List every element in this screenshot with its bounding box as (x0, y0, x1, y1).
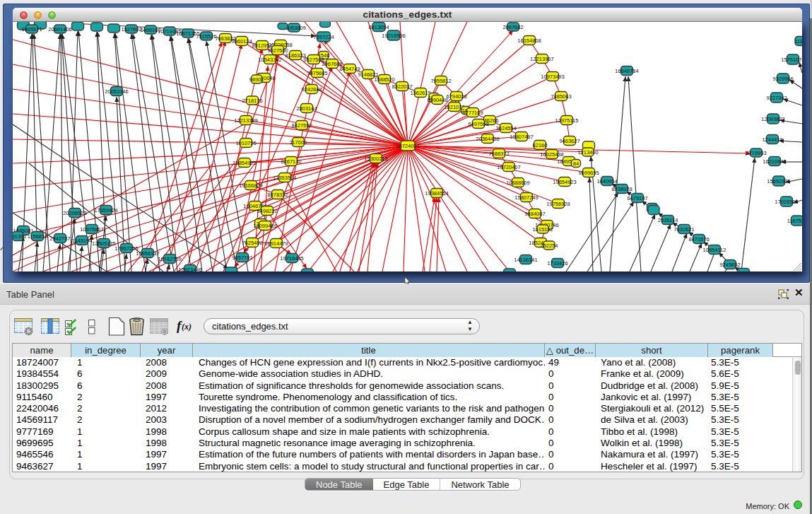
svg-text:18724007: 18724007 (396, 143, 419, 149)
svg-text:10654112: 10654112 (703, 247, 726, 253)
svg-text:9329966: 9329966 (772, 76, 793, 82)
svg-text:19654923: 19654923 (553, 179, 576, 185)
svg-text:1640954: 1640954 (596, 178, 617, 185)
svg-text:15807249: 15807249 (514, 194, 538, 201)
svg-text:(x): (x) (182, 322, 192, 332)
svg-text:1527602: 1527602 (121, 26, 141, 33)
svg-text:10973493: 10973493 (541, 74, 564, 80)
svg-text:117006: 117006 (290, 139, 307, 146)
svg-text:12213389: 12213389 (234, 117, 257, 124)
svg-text:1167533: 1167533 (787, 218, 802, 224)
svg-text:8938928: 8938928 (611, 186, 632, 192)
svg-text:14136141: 14136141 (514, 257, 537, 263)
svg-text:9227342: 9227342 (766, 95, 787, 101)
svg-text:17359924: 17359924 (94, 207, 117, 214)
svg-text:10958137: 10958137 (136, 250, 159, 257)
svg-text:3624554: 3624554 (495, 125, 516, 132)
svg-text:11353584: 11353584 (273, 175, 297, 181)
svg-text:20053346: 20053346 (105, 88, 128, 95)
svg-text:7632621: 7632621 (673, 226, 694, 233)
svg-text:7485063: 7485063 (551, 93, 571, 100)
svg-text:6479197: 6479197 (627, 195, 647, 201)
svg-text:2718176: 2718176 (242, 98, 262, 104)
svg-text:10688609: 10688609 (506, 180, 529, 186)
svg-text:15751074: 15751074 (781, 57, 802, 63)
svg-text:19218506: 19218506 (382, 33, 405, 39)
svg-text:1588520: 1588520 (374, 76, 394, 83)
svg-text:7515526: 7515526 (196, 33, 216, 40)
svg-text:8454749: 8454749 (339, 66, 360, 72)
svg-text:8878332: 8878332 (267, 192, 288, 198)
svg-text:8322037: 8322037 (392, 83, 412, 90)
svg-text:62160: 62160 (533, 142, 548, 148)
svg-text:5498222: 5498222 (257, 208, 277, 214)
svg-text:84: 84 (573, 160, 579, 167)
svg-text:9699695: 9699695 (578, 170, 599, 176)
svg-text:16154808: 16154808 (517, 37, 541, 44)
svg-text:7986372: 7986372 (488, 151, 509, 157)
svg-text:12093822: 12093822 (761, 116, 784, 122)
svg-text:2935114: 2935114 (658, 217, 678, 223)
svg-text:9242848: 9242848 (301, 86, 322, 93)
svg-text:1145194: 1145194 (72, 238, 93, 244)
svg-text:15692971: 15692971 (767, 178, 790, 185)
svg-text:15300215: 15300215 (364, 156, 387, 162)
svg-text:14099489: 14099489 (253, 223, 276, 229)
svg-text:1156819: 1156819 (28, 233, 48, 240)
svg-text:12505135: 12505135 (92, 240, 115, 247)
svg-text:19384554: 19384554 (425, 190, 448, 197)
svg-text:16914479: 16914479 (264, 240, 288, 247)
svg-text:8990448: 8990448 (427, 97, 447, 103)
svg-text:2803144: 2803144 (296, 105, 317, 112)
svg-text:1010755: 1010755 (235, 140, 256, 146)
svg-text:1905571: 1905571 (21, 26, 42, 33)
svg-text:2087682: 2087682 (502, 24, 523, 30)
svg-text:16210643: 16210643 (763, 158, 786, 165)
svg-text:17016504: 17016504 (775, 199, 798, 205)
svg-text:10807487: 10807487 (510, 134, 533, 140)
svg-text:12975115: 12975115 (555, 117, 579, 124)
svg-text:19166829: 19166829 (239, 182, 262, 189)
svg-text:3215953: 3215953 (746, 150, 766, 156)
svg-text:1213400: 1213400 (577, 149, 598, 156)
svg-text:12923446: 12923446 (178, 267, 201, 271)
svg-text:20206523: 20206523 (63, 210, 86, 216)
svg-text:7955812: 7955812 (430, 78, 451, 84)
svg-text:8267130: 8267130 (281, 158, 301, 165)
svg-text:19716485: 19716485 (280, 255, 303, 262)
svg-text:9245652: 9245652 (719, 262, 740, 268)
svg-text:7357224: 7357224 (313, 34, 334, 40)
svg-text:3875685: 3875685 (307, 70, 327, 76)
svg-text:19756928: 19756928 (546, 201, 570, 207)
svg-text:17957225: 17957225 (114, 245, 138, 252)
svg-text:1615152: 1615152 (532, 226, 553, 233)
svg-text:20364436: 20364436 (476, 136, 499, 142)
svg-text:12213967: 12213967 (530, 56, 553, 62)
svg-text:9860124: 9860124 (231, 38, 252, 45)
svg-text:391391: 391391 (13, 233, 27, 240)
svg-text:8471676: 8471676 (688, 236, 709, 243)
svg-text:9884067: 9884067 (524, 211, 545, 217)
svg-text:19854925: 19854925 (233, 160, 256, 166)
svg-text:6497568: 6497568 (468, 121, 488, 127)
svg-text:15720407: 15720407 (497, 164, 520, 170)
svg-text:9527508: 9527508 (303, 57, 324, 63)
svg-text:9463627: 9463627 (559, 138, 579, 144)
svg-text:20691406: 20691406 (48, 26, 71, 33)
svg-text:2942737: 2942737 (49, 235, 70, 242)
svg-text:16782759: 16782759 (158, 256, 181, 262)
svg-text:9657791: 9657791 (232, 255, 252, 261)
svg-text:10975867: 10975867 (80, 226, 103, 233)
svg-text:8427552: 8427552 (291, 122, 312, 129)
svg-text:98901: 98901 (249, 76, 264, 83)
svg-text:252254: 252254 (540, 243, 558, 249)
svg-text:10543342: 10543342 (258, 57, 281, 63)
svg-text:9777169: 9777169 (462, 110, 483, 116)
svg-text:1244419: 1244419 (762, 136, 782, 143)
svg-text:10025438: 10025438 (540, 151, 563, 158)
svg-text:1112: 1112 (794, 38, 802, 45)
svg-text:8186323: 8186323 (285, 52, 305, 59)
svg-text:6794028: 6794028 (446, 93, 466, 100)
svg-text:16648784: 16648784 (615, 68, 638, 74)
svg-text:8813054: 8813054 (368, 24, 389, 30)
